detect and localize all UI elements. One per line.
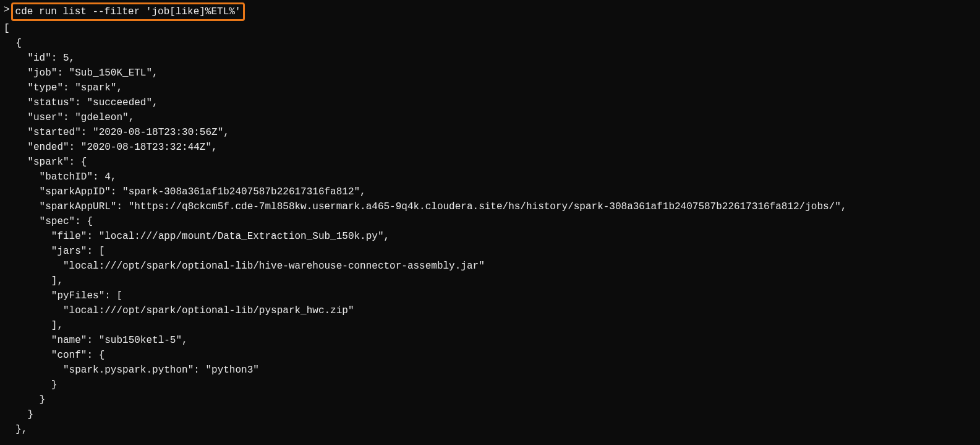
output-line: "spec": { xyxy=(4,214,978,229)
command-text: cde run list --filter 'job[like]%ETL%' xyxy=(11,2,245,21)
output-line: "status": "succeeded", xyxy=(4,95,978,110)
prompt-symbol: > xyxy=(2,2,11,17)
output-line: "pyFiles": [ xyxy=(4,288,978,303)
output-line: "job": "Sub_150K_ETL", xyxy=(4,66,978,80)
output-line: ], xyxy=(4,318,978,333)
output-line: "spark": { xyxy=(4,155,978,170)
output-line: "ended": "2020-08-18T23:32:44Z", xyxy=(4,140,978,155)
output-line: }, xyxy=(4,422,978,437)
output-line: "name": "sub150ketl-5", xyxy=(4,333,978,348)
output-line: } xyxy=(4,392,978,407)
output-line: "jars": [ xyxy=(4,244,978,259)
command-prompt-line[interactable]: > cde run list --filter 'job[like]%ETL%' xyxy=(2,2,978,21)
output-line: "id": 5, xyxy=(4,51,978,66)
output-line: ], xyxy=(4,274,978,288)
output-line: "sparkAppURL": "https://q8ckcm5f.cde-7ml… xyxy=(4,199,978,214)
output-line: { xyxy=(4,36,978,51)
output-line: } xyxy=(4,407,978,422)
output-line: "conf": { xyxy=(4,348,978,363)
output-line: "batchID": 4, xyxy=(4,170,978,184)
output-line: "local:///opt/spark/optional-lib/pyspark… xyxy=(4,303,978,318)
output-line: } xyxy=(4,378,978,392)
output-line: [ xyxy=(4,21,978,36)
output-line: "file": "local:///app/mount/Data_Extract… xyxy=(4,229,978,244)
output-line: "started": "2020-08-18T23:30:56Z", xyxy=(4,125,978,140)
output-line: "local:///opt/spark/optional-lib/hive-wa… xyxy=(4,259,978,274)
output-line: "spark.pyspark.python": "python3" xyxy=(4,363,978,378)
output-line: "type": "spark", xyxy=(4,80,978,95)
output-line: "user": "gdeleon", xyxy=(4,110,978,125)
terminal-output: [ { "id": 5, "job": "Sub_150K_ETL", "typ… xyxy=(2,21,978,437)
output-line: "sparkAppID": "spark-308a361af1b2407587b… xyxy=(4,184,978,199)
